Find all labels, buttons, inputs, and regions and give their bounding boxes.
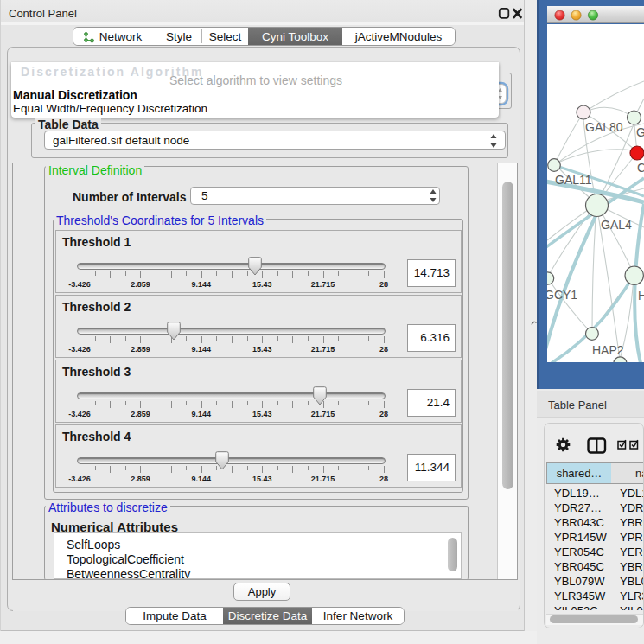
svg-text:GAL11: GAL11 — [555, 173, 592, 187]
svg-text:HAP2: HAP2 — [592, 343, 624, 357]
svg-text:GAL80: GAL80 — [585, 120, 623, 134]
svg-text:GCY1: GCY1 — [547, 288, 577, 302]
svg-text:C: C — [637, 161, 644, 175]
svg-text:GA: GA — [636, 125, 644, 139]
svg-text:GAL4: GAL4 — [601, 218, 632, 232]
svg-text:H: H — [638, 289, 644, 303]
